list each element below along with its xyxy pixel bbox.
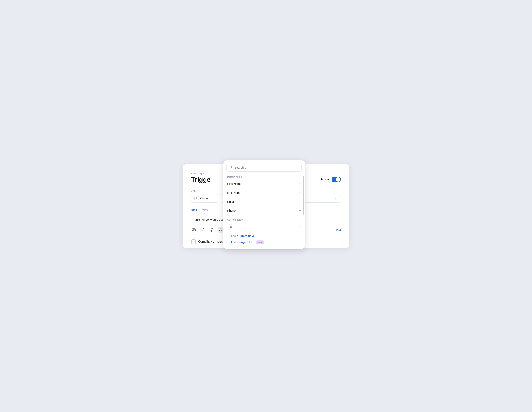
svg-rect-0 bbox=[192, 229, 196, 231]
field-test-plus: + bbox=[299, 225, 301, 229]
emoji-icon[interactable] bbox=[209, 227, 214, 233]
dropdown-scrollbar[interactable] bbox=[303, 176, 304, 215]
field-email-label: Email bbox=[227, 200, 235, 203]
page-title: Trigge bbox=[191, 176, 210, 183]
search-box[interactable] bbox=[227, 163, 302, 172]
svg-point-2 bbox=[210, 228, 213, 231]
svg-point-4 bbox=[212, 229, 212, 230]
field-email-plus: + bbox=[299, 200, 301, 204]
add-merge-token-plus-icon: + bbox=[227, 240, 229, 244]
image-icon[interactable] bbox=[191, 227, 197, 233]
field-phone-label: Phone bbox=[227, 209, 236, 212]
add-custom-field-plus-icon: + bbox=[227, 234, 229, 238]
add-merge-token-button[interactable]: + Add merge token New bbox=[227, 239, 301, 245]
active-label: Active bbox=[321, 178, 329, 181]
svg-point-5 bbox=[220, 229, 221, 230]
search-input[interactable] bbox=[234, 166, 299, 169]
field-first-name[interactable]: First Name + bbox=[223, 179, 305, 188]
dropdown-search-area bbox=[223, 160, 305, 174]
svg-point-3 bbox=[211, 229, 211, 230]
add-merge-token-label: Add merge token bbox=[230, 240, 254, 244]
default-fields-label: Default fields bbox=[223, 174, 305, 179]
field-last-name[interactable]: Last Name + bbox=[223, 188, 305, 197]
field-test-label: Test bbox=[227, 225, 233, 228]
tab-sms[interactable]: SMS bbox=[191, 208, 198, 213]
field-test[interactable]: Test + bbox=[223, 222, 305, 231]
message-preview-text: Thanks for co bbox=[191, 218, 209, 221]
dropdown-footer: + Add custom field + Add merge token New bbox=[223, 231, 305, 249]
field-phone-plus: + bbox=[299, 209, 301, 213]
dropdown-divider bbox=[223, 216, 305, 216]
app-plus-icon: + bbox=[194, 196, 199, 200]
new-badge: New bbox=[256, 240, 265, 244]
add-custom-field-label: Add custom field bbox=[230, 234, 254, 238]
field-first-name-label: First Name bbox=[227, 182, 241, 185]
field-phone[interactable]: Phone + bbox=[223, 206, 305, 215]
field-first-name-plus: + bbox=[299, 182, 301, 186]
chevron-down-icon: ⌄ bbox=[335, 196, 338, 200]
fields-dropdown: Default fields First Name + Last Name + … bbox=[223, 160, 305, 249]
active-toggle[interactable] bbox=[332, 177, 341, 182]
svg-line-9 bbox=[231, 168, 232, 169]
field-last-name-plus: + bbox=[299, 191, 301, 195]
link-icon[interactable] bbox=[200, 227, 206, 233]
search-icon bbox=[229, 166, 232, 170]
app-selector-text: Custo bbox=[200, 196, 208, 200]
field-last-name-label: Last Name bbox=[227, 191, 241, 194]
app-selector[interactable]: + Custo bbox=[191, 194, 218, 202]
main-card: New trigger Trigge Active App + Custo ⌄ … bbox=[183, 164, 349, 248]
person-icon[interactable] bbox=[218, 227, 223, 233]
add-custom-field-button[interactable]: + Add custom field bbox=[227, 233, 301, 239]
char-count: 1/93 bbox=[336, 228, 341, 231]
compliance-checkbox[interactable] bbox=[191, 239, 196, 244]
tab-voice[interactable]: Voic bbox=[202, 208, 208, 213]
custom-fields-label: Custom fields bbox=[223, 217, 305, 222]
field-email[interactable]: Email + bbox=[223, 197, 305, 206]
